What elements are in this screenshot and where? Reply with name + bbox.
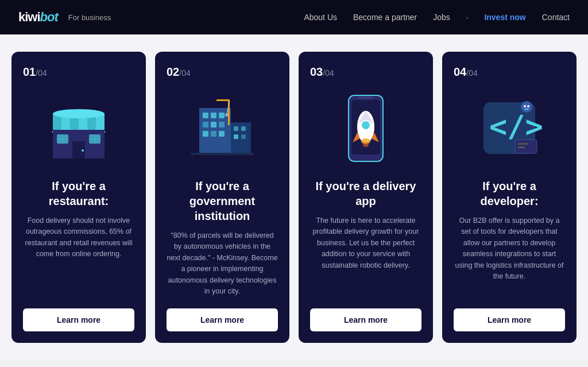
svg-rect-30 <box>216 99 230 101</box>
nav-links: About Us Become a partner Jobs • Invest … <box>304 12 570 22</box>
svg-rect-44 <box>518 143 528 145</box>
svg-rect-23 <box>219 131 225 137</box>
svg-rect-19 <box>211 122 216 128</box>
svg-point-38 <box>361 121 370 130</box>
card-3-desc: The future is here to accelerate profita… <box>310 215 421 297</box>
card-1-learn-more[interactable]: Learn more <box>23 308 134 331</box>
svg-point-32 <box>225 113 229 117</box>
svg-rect-25 <box>234 126 238 131</box>
svg-point-48 <box>524 105 526 107</box>
card-developer: 04/04 </> <box>442 52 577 343</box>
card-2-desc: "80% of parcels will be delivered by aut… <box>167 230 278 297</box>
cards-grid: 01/04 <box>11 52 577 343</box>
nav-partner[interactable]: Become a partner <box>353 13 417 22</box>
logo-container: kiwibot For business <box>18 10 304 25</box>
card-4-learn-more[interactable]: Learn more <box>454 308 565 331</box>
svg-rect-45 <box>518 146 525 148</box>
card-3-learn-more[interactable]: Learn more <box>310 308 421 331</box>
card-1-image <box>38 88 119 168</box>
svg-rect-16 <box>211 113 216 118</box>
main-content: 01/04 <box>0 34 588 360</box>
card-4-image: </> <box>469 88 550 168</box>
svg-point-49 <box>527 105 529 107</box>
card-2-title: If you're a government institution <box>167 179 278 223</box>
svg-rect-22 <box>211 131 216 137</box>
svg-rect-17 <box>219 113 225 118</box>
card-government: 02/04 <box>155 52 289 343</box>
svg-rect-50 <box>524 109 529 110</box>
svg-text:</>: </> <box>489 109 543 144</box>
svg-point-40 <box>363 142 369 147</box>
svg-rect-36 <box>358 96 373 99</box>
card-4-title: If you're a developer: <box>454 179 565 208</box>
card-restaurant: 01/04 <box>11 52 146 343</box>
card-2-number: 02/04 <box>167 65 191 79</box>
svg-rect-43 <box>515 140 537 153</box>
card-2-image <box>182 88 262 168</box>
card-1-desc: Food delivery should not involve outrage… <box>23 215 134 297</box>
card-delivery: 03/04 <box>299 52 433 343</box>
card-3-image <box>326 88 406 168</box>
svg-rect-27 <box>234 134 238 139</box>
card-4-desc: Our B2B offer is supported by a set of t… <box>454 215 565 297</box>
card-4-number: 04/04 <box>454 65 478 79</box>
svg-rect-20 <box>219 122 225 128</box>
svg-rect-33 <box>191 153 254 155</box>
nav-invest[interactable]: Invest now <box>484 13 525 22</box>
svg-point-4 <box>53 109 105 118</box>
logo-text: kiwibot <box>18 10 58 25</box>
for-business-label: For business <box>68 13 111 22</box>
svg-point-7 <box>82 149 84 152</box>
svg-rect-15 <box>203 113 208 118</box>
svg-rect-18 <box>203 122 208 128</box>
card-3-number: 03/04 <box>310 65 334 79</box>
card-1-number: 01/04 <box>23 65 47 79</box>
nav-contact[interactable]: Contact <box>542 13 570 22</box>
nav-about[interactable]: About Us <box>304 13 337 22</box>
svg-rect-21 <box>203 131 208 137</box>
navigation: kiwibot For business About Us Become a p… <box>0 0 588 34</box>
svg-rect-26 <box>241 126 246 131</box>
svg-rect-28 <box>241 134 246 139</box>
card-2-learn-more[interactable]: Learn more <box>167 308 278 331</box>
nav-dot: • <box>466 15 469 21</box>
card-1-title: If you're a restaurant: <box>23 179 134 208</box>
card-3-title: If you're a delivery app <box>310 179 421 208</box>
nav-jobs[interactable]: Jobs <box>433 13 450 22</box>
